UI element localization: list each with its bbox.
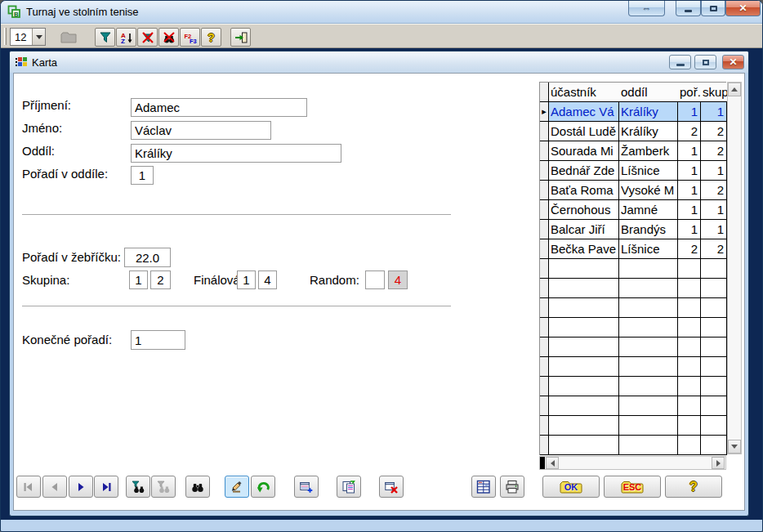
next-record-icon — [75, 481, 87, 493]
search-cancel-button[interactable] — [158, 28, 179, 47]
close-button[interactable]: ✕ — [725, 1, 761, 16]
delete-record-icon — [385, 481, 398, 494]
grid-row[interactable] — [540, 377, 726, 396]
add-record-button[interactable] — [294, 476, 319, 498]
scroll-down-button[interactable] — [728, 440, 741, 454]
exit-button[interactable] — [230, 28, 251, 47]
toolbar-grip[interactable] — [4, 28, 7, 45]
search-button[interactable] — [185, 476, 210, 498]
next-record-button[interactable] — [69, 476, 93, 498]
grid-cell-club: Králíky — [619, 102, 678, 122]
table-view-button[interactable] — [471, 476, 496, 498]
grid-row[interactable]: ▸Adamec VáKrálíky11 — [540, 102, 726, 122]
grid-row[interactable] — [540, 436, 726, 455]
scroll-thumb[interactable] — [540, 457, 545, 469]
grid-row[interactable] — [540, 318, 726, 338]
minimize-button[interactable] — [676, 1, 701, 16]
first-record-button[interactable] — [16, 476, 41, 498]
scroll-right-button[interactable] — [712, 457, 725, 469]
final-input-1[interactable] — [237, 270, 256, 289]
filter-search-disabled-icon — [157, 481, 170, 494]
grid-cell-participant: Sourada Mi — [549, 141, 619, 161]
svg-text:F3: F3 — [190, 38, 197, 44]
grid-row[interactable] — [540, 298, 726, 318]
grid-row[interactable] — [540, 357, 726, 377]
grid-row-gutter — [540, 298, 549, 318]
firstname-input[interactable] — [131, 121, 271, 140]
club-input[interactable] — [131, 144, 341, 163]
grid-row[interactable]: Bednář ZdeLíšnice11 — [540, 161, 726, 181]
participants-grid: účastník oddíl poř. skupina ▸Adamec VáKr… — [539, 82, 726, 455]
grid-cell-participant — [549, 396, 619, 416]
grid-vertical-scrollbar[interactable] — [727, 82, 742, 454]
final-order-input[interactable] — [131, 330, 185, 350]
group-input-2[interactable] — [150, 270, 171, 289]
grid-row[interactable]: Baťa RomaVysoké M12 — [540, 181, 726, 200]
ranking-input[interactable] — [124, 248, 171, 267]
scroll-left-button[interactable] — [546, 457, 559, 469]
grid-horizontal-scrollbar[interactable] — [539, 456, 726, 470]
grid-row[interactable]: Balcar JiříBrandýs11 — [540, 220, 726, 239]
final-input-2[interactable] — [258, 270, 277, 289]
fonts-button[interactable]: F2 F3 — [180, 28, 200, 47]
filter-search-button[interactable] — [126, 476, 150, 498]
grid-cell-order — [678, 436, 701, 455]
ok-button[interactable]: OK — [542, 476, 600, 498]
grid-cell-group: 1 — [701, 200, 727, 220]
grid-cell-club — [619, 259, 678, 279]
grid-row[interactable]: Sourada MiŽamberk12 — [540, 141, 726, 161]
combo-dropdown-button[interactable] — [32, 29, 45, 45]
restore-icon — [703, 60, 709, 65]
grid-header-participant: účastník — [549, 83, 619, 102]
last-record-button[interactable] — [94, 476, 118, 498]
grid-row[interactable]: Černohous Jamné11 — [540, 200, 726, 220]
grid-cell-participant: Baťa Roma — [549, 181, 619, 200]
grid-cell-club: Vysoké M — [619, 181, 678, 200]
sort-button[interactable]: A Z — [116, 28, 136, 47]
help-toolbar-button[interactable]: ? — [201, 28, 221, 47]
grid-row[interactable]: Bečka PaveLíšnice22 — [540, 239, 726, 259]
delete-record-button[interactable] — [379, 476, 404, 498]
grid-row-gutter — [540, 161, 549, 181]
previous-record-button[interactable] — [42, 476, 67, 498]
grid-row[interactable] — [540, 396, 726, 416]
grid-cell-club: Líšnice — [619, 161, 678, 181]
grid-row[interactable] — [540, 259, 726, 279]
grid-row[interactable]: Dostál LuděKrálíky22 — [540, 122, 726, 141]
main-titlebar[interactable]: B Turnaj ve stolním tenise ⇔ ✕ — [1, 1, 762, 24]
undo-button[interactable] — [251, 476, 275, 498]
grid-cell-group: 1 — [701, 102, 727, 122]
karta-close-button[interactable]: ✕ — [722, 55, 744, 69]
club-order-input[interactable] — [131, 166, 154, 185]
group-input-1[interactable] — [129, 270, 148, 289]
grid-cell-club — [619, 357, 678, 377]
grid-header-order: poř. — [678, 83, 701, 102]
maximize-button[interactable] — [701, 1, 725, 16]
filter-cancel-button[interactable] — [137, 28, 158, 47]
printer-icon — [505, 480, 520, 494]
karta-titlebar[interactable]: Karta ✕ — [10, 51, 748, 73]
help-button[interactable]: ? — [665, 476, 722, 498]
print-button[interactable] — [500, 476, 524, 498]
minimize-icon — [676, 64, 685, 66]
grid-row[interactable] — [540, 338, 726, 357]
font-size-combo[interactable]: 12 — [10, 28, 46, 46]
grid-cell-group — [701, 377, 727, 396]
scroll-up-button[interactable] — [728, 83, 741, 96]
esc-button[interactable]: ESC — [604, 476, 661, 498]
random-input[interactable] — [365, 270, 385, 289]
grid-row[interactable] — [540, 279, 726, 298]
filter-button[interactable] — [95, 28, 115, 47]
arrow-down-icon — [731, 445, 738, 449]
karta-restore-button[interactable] — [694, 55, 716, 69]
karta-minimize-button[interactable] — [669, 55, 691, 69]
surname-input[interactable] — [131, 98, 307, 117]
swap-window-button[interactable]: ⇔ — [628, 1, 665, 16]
grid-row[interactable] — [540, 416, 726, 436]
filter-search-alt-button[interactable] — [151, 476, 176, 498]
grid-cell-order: 1 — [678, 181, 701, 200]
window-title: Turnaj ve stolním tenise — [26, 6, 139, 18]
divider — [22, 306, 451, 306]
copy-record-button[interactable] — [337, 476, 361, 498]
edit-mode-button[interactable] — [225, 476, 249, 498]
